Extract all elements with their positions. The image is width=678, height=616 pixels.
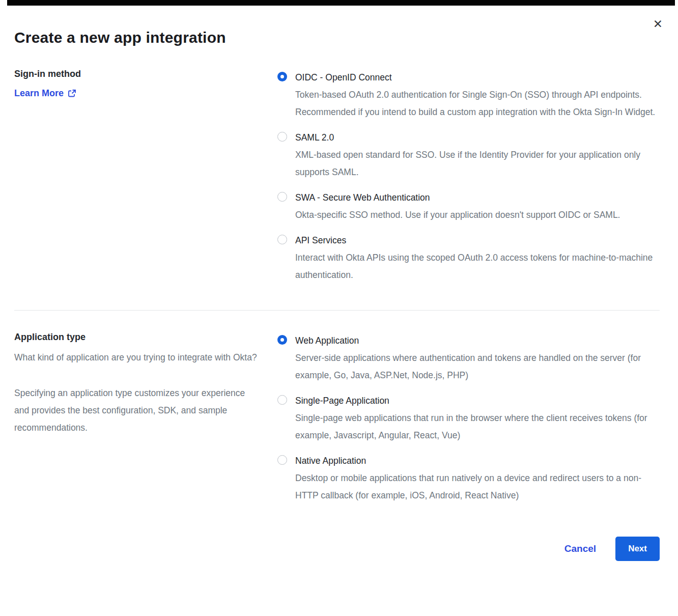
external-link-icon xyxy=(68,89,76,98)
signin-method-label: Sign-in method xyxy=(14,69,271,79)
learn-more-link[interactable]: Learn More xyxy=(14,88,76,99)
close-icon[interactable]: ✕ xyxy=(653,18,663,30)
option-label: Native Application xyxy=(295,452,660,469)
option-label: Single-Page Application xyxy=(295,392,660,409)
option-description: Okta-specific SSO method. Use if your ap… xyxy=(295,206,620,223)
dialog-footer: Cancel Next xyxy=(14,537,660,581)
radio-option-web-application[interactable]: Web Application Server-side applications… xyxy=(277,332,660,384)
radio-option-oidc[interactable]: OIDC - OpenID Connect Token-based OAuth … xyxy=(277,69,660,121)
application-type-label: Application type xyxy=(14,332,271,343)
radio-option-api-services[interactable]: API Services Interact with Okta APIs usi… xyxy=(277,232,660,284)
application-type-options: Web Application Server-side applications… xyxy=(277,332,660,512)
section-divider xyxy=(14,310,660,311)
option-description: Server-side applications where authentic… xyxy=(295,349,660,384)
option-description: Single-page web applications that run in… xyxy=(295,409,660,444)
radio-option-saml[interactable]: SAML 2.0 XML-based open standard for SSO… xyxy=(277,129,660,181)
signin-method-left-column: Sign-in method Learn More xyxy=(14,69,271,292)
radio-selected-icon[interactable] xyxy=(277,72,287,81)
signin-method-options: OIDC - OpenID Connect Token-based OAuth … xyxy=(277,69,660,292)
signin-method-section: Sign-in method Learn More OIDC - OpenID … xyxy=(14,69,660,292)
create-app-integration-dialog: Create a new app integration Sign-in met… xyxy=(0,29,678,581)
application-type-help-text: Specifying an application type customize… xyxy=(14,384,258,436)
option-label: SAML 2.0 xyxy=(295,129,660,146)
radio-option-native-application[interactable]: Native Application Desktop or mobile app… xyxy=(277,452,660,504)
radio-option-single-page-application[interactable]: Single-Page Application Single-page web … xyxy=(277,392,660,444)
option-description: Desktop or mobile applications that run … xyxy=(295,469,660,504)
next-button[interactable]: Next xyxy=(615,537,660,561)
application-type-question: What kind of application are you trying … xyxy=(14,349,258,366)
option-label: OIDC - OpenID Connect xyxy=(295,69,660,86)
learn-more-label: Learn More xyxy=(14,88,64,99)
option-label: API Services xyxy=(295,232,660,249)
radio-unselected-icon[interactable] xyxy=(277,132,287,142)
option-label: SWA - Secure Web Authentication xyxy=(295,189,620,206)
option-description: XML-based open standard for SSO. Use if … xyxy=(295,146,660,181)
radio-unselected-icon[interactable] xyxy=(277,395,287,405)
radio-unselected-icon[interactable] xyxy=(277,455,287,465)
radio-option-swa[interactable]: SWA - Secure Web Authentication Okta-spe… xyxy=(277,189,660,223)
radio-unselected-icon[interactable] xyxy=(277,235,287,244)
application-type-left-column: Application type What kind of applicatio… xyxy=(14,332,271,512)
page-title: Create a new app integration xyxy=(14,29,660,46)
radio-selected-icon[interactable] xyxy=(277,335,287,345)
option-description: Token-based OAuth 2.0 authentication for… xyxy=(295,86,660,121)
option-label: Web Application xyxy=(295,332,660,349)
application-type-section: Application type What kind of applicatio… xyxy=(14,332,660,512)
radio-unselected-icon[interactable] xyxy=(277,192,287,202)
top-black-bar xyxy=(7,0,675,6)
option-description: Interact with Okta APIs using the scoped… xyxy=(295,249,660,284)
cancel-button[interactable]: Cancel xyxy=(564,543,596,554)
